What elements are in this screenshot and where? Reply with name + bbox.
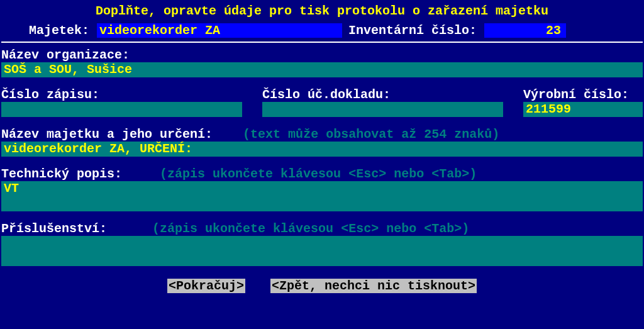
prislusenstvi-section: Příslušenství: (zápis ukončete klávesou … xyxy=(0,221,644,266)
button-row: <Pokračuj> <Zpět, nechci nic tisknout> xyxy=(0,279,644,293)
org-label: Název organizace: xyxy=(1,48,643,62)
nazev-input[interactable]: videorekorder ZA, URČENÍ: xyxy=(1,142,643,157)
org-input[interactable]: SOŠ a SOU, Sušice xyxy=(1,62,643,77)
prislusenstvi-input[interactable] xyxy=(1,236,643,266)
popis-input[interactable]: VT xyxy=(1,181,643,211)
vyrobni-input[interactable]: 211599 xyxy=(523,102,643,117)
zapis-col: Číslo zápisu: xyxy=(1,87,242,117)
nazev-label: Název majetku a jeho určení: xyxy=(1,127,213,142)
inventory-value[interactable]: 23 xyxy=(484,23,566,38)
header-row: Majetek: videorekorder ZA Inventární čís… xyxy=(0,21,644,42)
continue-button[interactable]: <Pokračuj> xyxy=(167,279,245,293)
popis-section: Technický popis: (zápis ukončete kláveso… xyxy=(0,167,644,211)
doklad-label: Číslo úč.dokladu: xyxy=(262,87,503,102)
popis-label: Technický popis: xyxy=(1,167,122,181)
vyrobni-label: Výrobní číslo: xyxy=(523,87,643,102)
divider xyxy=(1,42,643,43)
popis-hint: (zápis ukončete klávesou <Esc> nebo <Tab… xyxy=(160,167,477,181)
majetek-label: Majetek: xyxy=(0,23,89,38)
majetek-value[interactable]: videorekorder ZA xyxy=(97,23,342,38)
nazev-section: Název majetku a jeho určení: (text může … xyxy=(0,127,644,157)
page-title: Doplňte, opravte údaje pro tisk protokol… xyxy=(0,0,644,21)
back-button[interactable]: <Zpět, nechci nic tisknout> xyxy=(270,279,477,293)
zapis-label: Číslo zápisu: xyxy=(1,87,242,102)
zapis-input[interactable] xyxy=(1,102,242,117)
vyrobni-col: Výrobní číslo: 211599 xyxy=(523,87,643,117)
numbers-row: Číslo zápisu: Číslo úč.dokladu: Výrobní … xyxy=(0,87,644,117)
inventory-label: Inventární číslo: xyxy=(342,23,477,38)
prislusenstvi-label: Příslušenství: xyxy=(1,221,107,236)
doklad-col: Číslo úč.dokladu: xyxy=(262,87,503,117)
doklad-input[interactable] xyxy=(262,102,503,117)
nazev-hint: (text může obsahovat až 254 znaků) xyxy=(243,127,499,142)
prislusenstvi-hint: (zápis ukončete klávesou <Esc> nebo <Tab… xyxy=(152,221,469,236)
org-section: Název organizace: SOŠ a SOU, Sušice xyxy=(0,48,644,77)
